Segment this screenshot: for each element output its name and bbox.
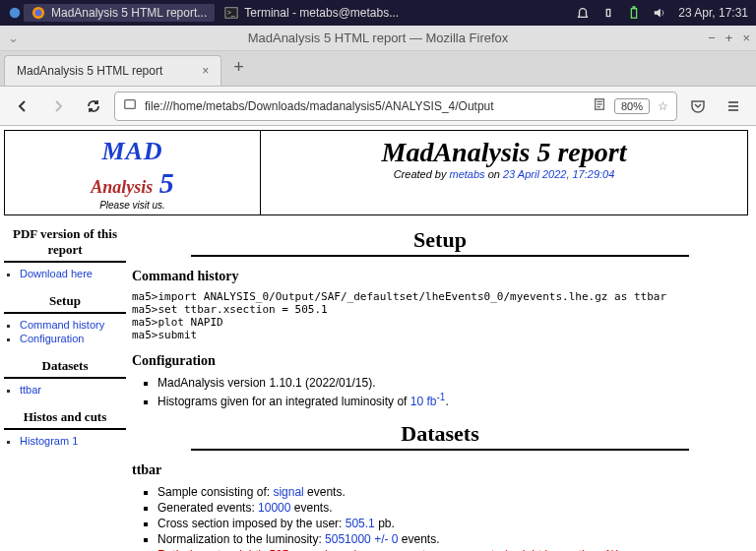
clock[interactable]: 23 Apr, 17:31: [678, 6, 748, 20]
svg-rect-7: [633, 7, 635, 9]
svg-rect-6: [632, 9, 637, 19]
bookmark-star-icon[interactable]: ☆: [658, 99, 668, 113]
sidebar-link[interactable]: Histogram 1: [20, 435, 78, 447]
section-heading-setup: Setup: [191, 227, 689, 257]
taskbar-app-label: Terminal - metabs@metabs...: [244, 6, 399, 20]
terminal-icon: >_: [224, 6, 238, 20]
sidebar-histos-heading: Histos and cuts: [4, 406, 126, 430]
pocket-icon[interactable]: [683, 92, 713, 121]
dataset-item: Generated events: 10000 events.: [158, 500, 748, 516]
main-content: Setup Command history ma5>import ANALYSI…: [132, 223, 748, 551]
page-content: MAD Analysis 5 Please visit us. MadAnaly…: [0, 126, 756, 551]
madanalysis-logo[interactable]: MAD Analysis 5: [9, 137, 256, 200]
zoom-badge[interactable]: 80%: [614, 98, 650, 114]
svg-rect-8: [125, 100, 136, 109]
command-history-block: ma5>import ANALYSIS_0/Output/SAF/_defaul…: [132, 290, 748, 341]
url-bar[interactable]: file:///home/metabs/Downloads/madanalysi…: [114, 92, 677, 121]
system-tray: 23 Apr, 17:31: [576, 6, 748, 20]
new-tab-button[interactable]: +: [221, 49, 256, 86]
svg-text:>_: >_: [227, 9, 235, 17]
section-heading-datasets: Datasets: [191, 421, 689, 451]
dataset-item: Cross section imposed by the user: 505.1…: [158, 516, 748, 531]
sidebar-setup-heading: Setup: [4, 290, 126, 314]
visit-link[interactable]: Please visit us.: [9, 200, 256, 211]
taskbar-app-label: MadAnalysis 5 HTML report...: [51, 6, 207, 20]
window-title: MadAnalysis 5 HTML report — Mozilla Fire…: [248, 31, 509, 45]
firefox-icon: [32, 6, 45, 20]
sidebar-link[interactable]: ttbar: [20, 384, 41, 396]
os-taskbar: MadAnalysis 5 HTML report... >_ Terminal…: [0, 0, 756, 26]
sidebar-link[interactable]: Configuration: [20, 333, 84, 344]
config-item: MadAnalysis version 1.10.1 (2022/01/15).: [158, 375, 748, 391]
tab-bar: MadAnalysis 5 HTML report × +: [0, 51, 756, 87]
svg-point-2: [35, 10, 42, 17]
page-title: MadAnalysis 5 report: [265, 137, 743, 168]
svg-point-0: [10, 8, 21, 19]
chevron-down-icon[interactable]: ⌄: [8, 31, 19, 45]
app-menu-icon[interactable]: [8, 6, 22, 20]
download-pdf-link[interactable]: Download here: [20, 268, 93, 279]
back-button[interactable]: [8, 92, 37, 121]
subheading-configuration: Configuration: [132, 353, 748, 369]
close-icon[interactable]: ×: [742, 31, 750, 45]
browser-toolbar: file:///home/metabs/Downloads/madanalysi…: [0, 87, 756, 126]
window-titlebar: ⌄ MadAnalysis 5 HTML report — Mozilla Fi…: [0, 26, 756, 51]
maximize-icon[interactable]: +: [725, 31, 733, 45]
sidebar-datasets-heading: Datasets: [4, 355, 126, 379]
reload-button[interactable]: [79, 92, 108, 121]
tab-title: MadAnalysis 5 HTML report: [17, 64, 162, 78]
minimize-icon[interactable]: −: [708, 31, 716, 45]
dataset-item: Normalization to the luminosity: 5051000…: [158, 531, 748, 547]
volume-icon[interactable]: [653, 6, 666, 20]
reader-mode-icon[interactable]: [593, 97, 606, 114]
config-item: Histograms given for an integrated lumin…: [158, 391, 748, 409]
taskbar-app-terminal[interactable]: >_ Terminal - metabs@metabs...: [217, 4, 407, 22]
created-meta: Created by metabs on 23 April 2022, 17:2…: [265, 168, 743, 180]
sidebar-link[interactable]: Command history: [20, 319, 104, 331]
tab-close-icon[interactable]: ×: [202, 64, 209, 78]
sidebar: PDF version of this report Download here…: [4, 223, 126, 551]
network-icon[interactable]: [601, 6, 615, 20]
bell-icon[interactable]: [576, 6, 590, 20]
subheading-cmdhistory: Command history: [132, 269, 748, 284]
url-text: file:///home/metabs/Downloads/madanalysi…: [145, 99, 585, 113]
svg-rect-5: [607, 10, 611, 17]
taskbar-app-firefox[interactable]: MadAnalysis 5 HTML report...: [24, 4, 215, 22]
sidebar-pdf-heading: PDF version of this report: [4, 223, 126, 263]
hamburger-menu-icon[interactable]: [719, 92, 748, 121]
battery-icon[interactable]: [627, 6, 641, 20]
forward-button[interactable]: [43, 92, 73, 121]
dataset-warning: Ratio (event weight): 505 - warning: ple…: [158, 547, 748, 551]
subheading-ttbar: ttbar: [132, 462, 748, 478]
dataset-item: Sample consisting of: signal events.: [158, 484, 748, 500]
page-info-icon[interactable]: [123, 97, 137, 114]
browser-tab[interactable]: MadAnalysis 5 HTML report ×: [4, 55, 221, 86]
